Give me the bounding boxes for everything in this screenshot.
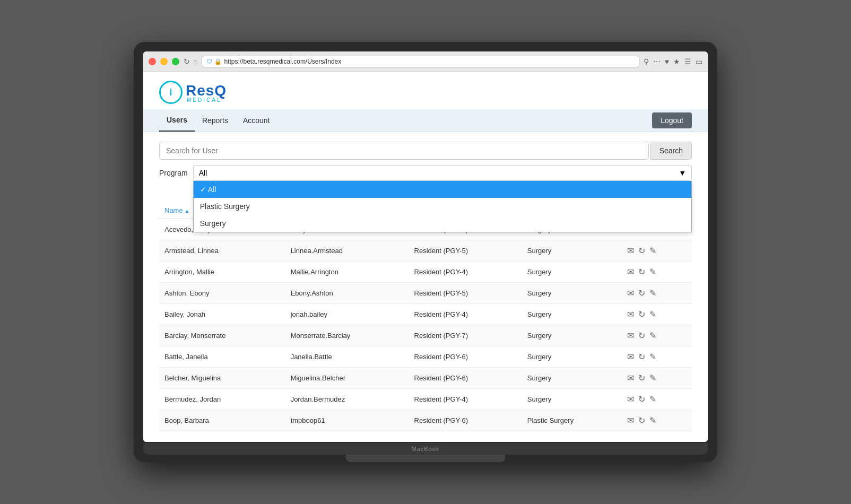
cell-actions: ✉ ↻ ✎ xyxy=(622,325,692,346)
reset-icon[interactable]: ↻ xyxy=(638,394,645,404)
close-btn[interactable] xyxy=(149,58,156,65)
cell-program: Surgery xyxy=(522,240,622,262)
chevron-down-icon: ▼ xyxy=(679,169,686,177)
table-row: Barclay, Monserrate Monserrate.Barclay R… xyxy=(159,325,692,346)
email-icon[interactable]: ✉ xyxy=(627,352,634,362)
edit-icon[interactable]: ✎ xyxy=(649,288,656,298)
cell-program: Surgery xyxy=(522,325,622,346)
cell-username: tmpboop61 xyxy=(285,410,409,431)
cell-name: Barclay, Monserrate xyxy=(159,325,285,346)
table-row: Battle, Janella Janella.Battle Resident … xyxy=(159,346,692,368)
cell-type: Resident (PGY-5) xyxy=(409,283,522,304)
edit-icon[interactable]: ✎ xyxy=(649,309,656,319)
minimize-btn[interactable] xyxy=(160,58,168,65)
app-content: i ResQ MEDICAL Users Reports Account Log… xyxy=(143,72,708,442)
maximize-btn[interactable] xyxy=(172,58,179,65)
screen: ↻ ⌂ 🛡 🔒 https://beta.resqmedical.com/Use… xyxy=(143,51,708,442)
reset-icon[interactable]: ↻ xyxy=(638,246,645,256)
table-row: Belcher, Miguelina Miguelina.Belcher Res… xyxy=(159,368,692,389)
reset-icon[interactable]: ↻ xyxy=(638,352,645,362)
filter-select-wrapper: All ▼ ✓ All Plastic Surgery Surgery xyxy=(193,165,692,181)
email-icon[interactable]: ✉ xyxy=(627,288,634,298)
cell-username: Jordan.Bermudez xyxy=(285,389,409,410)
address-bar[interactable]: 🛡 🔒 https://beta.resqmedical.com/Users/I… xyxy=(202,56,639,67)
star-icon[interactable]: ★ xyxy=(673,57,680,66)
nav-users[interactable]: Users xyxy=(159,109,195,132)
cell-name: Armstead, Linnea xyxy=(159,240,285,262)
dropdown-item-surgery[interactable]: Surgery xyxy=(194,215,691,232)
email-icon[interactable]: ✉ xyxy=(627,246,634,256)
dropdown-item-all[interactable]: ✓ All xyxy=(194,181,691,198)
reset-icon[interactable]: ↻ xyxy=(638,267,645,277)
edit-icon[interactable]: ✎ xyxy=(649,246,656,256)
dropdown-item-plastic-surgery[interactable]: Plastic Surgery xyxy=(194,198,691,215)
edit-icon[interactable]: ✎ xyxy=(649,331,656,341)
cell-program: Plastic Surgery xyxy=(522,410,622,431)
filter-row: Program All ▼ ✓ All Plastic Surgery Surg… xyxy=(143,165,708,181)
cell-program: Surgery xyxy=(522,389,622,410)
edit-icon[interactable]: ✎ xyxy=(649,373,656,383)
search-button[interactable]: Search xyxy=(650,142,692,160)
edit-icon[interactable]: ✎ xyxy=(649,415,656,425)
table-container: Name Username Type Program Acevedo, Keny… xyxy=(143,197,708,442)
cell-username: Mallie.Arrington xyxy=(285,262,409,283)
cell-actions: ✉ ↻ ✎ xyxy=(622,240,692,262)
cell-name: Belcher, Miguelina xyxy=(159,368,285,389)
table-row: Armstead, Linnea Linnea.Armstead Residen… xyxy=(159,240,692,262)
email-icon[interactable]: ✉ xyxy=(627,331,634,341)
cell-type: Resident (PGY-4) xyxy=(409,262,522,283)
dropdown-menu: ✓ All Plastic Surgery Surgery xyxy=(193,181,692,232)
nav-reports[interactable]: Reports xyxy=(195,110,236,131)
cell-name: Arrington, Mallie xyxy=(159,262,285,283)
reset-icon[interactable]: ↻ xyxy=(638,288,645,298)
filter-select-display[interactable]: All ▼ xyxy=(193,165,692,181)
email-icon[interactable]: ✉ xyxy=(627,373,634,383)
email-icon[interactable]: ✉ xyxy=(627,309,634,319)
edit-icon[interactable]: ✎ xyxy=(649,267,656,277)
sidebar-icon[interactable]: ▭ xyxy=(696,57,702,66)
reset-icon[interactable]: ↻ xyxy=(638,331,645,341)
cell-username: Miguelina.Belcher xyxy=(285,368,409,389)
cell-actions: ✉ ↻ ✎ xyxy=(622,368,692,389)
nav-account[interactable]: Account xyxy=(236,110,277,131)
logo: i ResQ MEDICAL xyxy=(159,81,227,104)
reset-icon[interactable]: ↻ xyxy=(638,415,645,425)
filter-selected-value: All xyxy=(199,169,207,177)
cell-username: Ebony.Ashton xyxy=(285,283,409,304)
table-row: Boop, Barbara tmpboop61 Resident (PGY-6)… xyxy=(159,410,692,431)
cell-actions: ✉ ↻ ✎ xyxy=(622,304,692,325)
email-icon[interactable]: ✉ xyxy=(627,394,634,404)
search-icon[interactable]: ⚲ xyxy=(644,57,649,66)
logout-button[interactable]: Logout xyxy=(652,112,692,128)
cell-name: Ashton, Ebony xyxy=(159,283,285,304)
back-icon[interactable]: ↻ xyxy=(184,57,190,66)
home-icon[interactable]: ⌂ xyxy=(193,57,197,66)
cell-type: Resident (PGY-6) xyxy=(409,368,522,389)
bookmark-icon[interactable]: ♥ xyxy=(665,57,669,66)
cell-program: Surgery xyxy=(522,304,622,325)
search-area: Search xyxy=(143,132,708,165)
cell-username: jonah.bailey xyxy=(285,304,409,325)
edit-icon[interactable]: ✎ xyxy=(649,394,656,404)
reset-icon[interactable]: ↻ xyxy=(638,373,645,383)
logo-name: ResQ xyxy=(186,82,227,99)
cell-name: Boop, Barbara xyxy=(159,410,285,431)
cell-type: Resident (PGY-4) xyxy=(409,389,522,410)
reset-icon[interactable]: ↻ xyxy=(638,309,645,319)
cell-program: Surgery xyxy=(522,368,622,389)
library-icon[interactable]: ☰ xyxy=(684,57,691,66)
search-input[interactable] xyxy=(159,142,649,160)
cell-name: Bermudez, Jordan xyxy=(159,389,285,410)
url-text: https://beta.resqmedical.com/Users/Index xyxy=(224,58,341,65)
cell-name: Bailey, Jonah xyxy=(159,304,285,325)
email-icon[interactable]: ✉ xyxy=(627,267,634,277)
cell-type: Resident (PGY-5) xyxy=(409,240,522,262)
table-body: Acevedo, Kenya Kenya.Acevedo Resident (P… xyxy=(159,219,692,431)
more-icon[interactable]: ⋯ xyxy=(653,57,661,66)
laptop-label: MacBook xyxy=(412,446,440,452)
edit-icon[interactable]: ✎ xyxy=(649,352,656,362)
logo-i: i xyxy=(169,87,172,98)
cell-type: Resident (PGY-7) xyxy=(409,325,522,346)
cell-type: Resident (PGY-4) xyxy=(409,304,522,325)
email-icon[interactable]: ✉ xyxy=(627,415,634,425)
